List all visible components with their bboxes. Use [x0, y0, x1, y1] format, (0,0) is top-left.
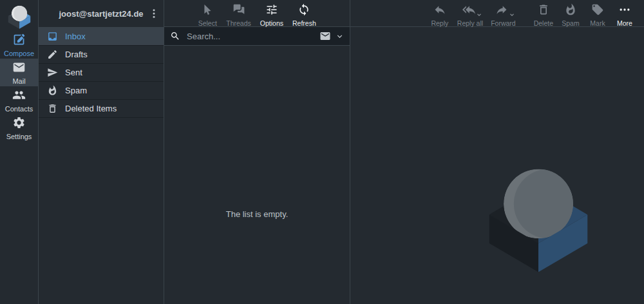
chevron-down-icon	[336, 32, 344, 41]
toolbar-button-label: Reply all	[457, 19, 483, 27]
tag-icon	[591, 3, 604, 17]
search-input[interactable]	[185, 31, 314, 42]
sidebar-item-label: Settings	[6, 133, 32, 140]
toolbar-button-label: More	[617, 19, 632, 27]
kebab-menu-icon	[148, 8, 160, 19]
message-list-pane: Select Threads Options Refresh	[164, 0, 350, 304]
folder-label: Spam	[65, 86, 87, 95]
spam-button[interactable]: Spam	[558, 3, 583, 28]
content-pane: Reply Reply all	[350, 0, 644, 304]
watermark-logo-icon	[478, 156, 598, 272]
refresh-icon	[298, 3, 310, 17]
compose-icon	[12, 33, 26, 48]
sidebar-item-label: Contacts	[5, 105, 33, 113]
dropdown-caret-icon	[509, 12, 515, 18]
message-list: The list is empty.	[164, 46, 350, 304]
inbox-icon	[47, 31, 58, 42]
trash-icon	[537, 3, 550, 17]
content-area	[350, 27, 644, 304]
folder-label: Sent	[65, 68, 82, 77]
forward-button[interactable]: Forward	[488, 3, 519, 28]
options-button[interactable]: Options	[257, 3, 287, 28]
sidebar-item-settings[interactable]: Settings	[0, 114, 38, 142]
message-toolbar: Reply Reply all	[350, 0, 644, 27]
pencil-icon	[47, 49, 58, 60]
folder-item-sent[interactable]: Sent	[39, 64, 164, 82]
refresh-button[interactable]: Refresh	[289, 3, 319, 28]
gear-icon	[12, 116, 26, 131]
toolbar-button-label: Delete	[534, 19, 553, 27]
app-logo	[0, 0, 38, 31]
reply-icon	[433, 3, 446, 17]
search-scope-selector[interactable]	[319, 30, 344, 42]
toolbar-button-label: Forward	[491, 19, 516, 27]
send-icon	[47, 67, 58, 78]
folder-label: Deleted Items	[65, 104, 117, 113]
forward-icon	[495, 3, 508, 17]
search-bar	[164, 27, 350, 46]
folder-item-drafts[interactable]: Drafts	[39, 46, 164, 64]
reply-all-button[interactable]: Reply all	[454, 3, 486, 28]
toolbar-button-label: Options	[260, 19, 283, 27]
envelope-icon	[319, 30, 331, 42]
reply-all-icon	[462, 3, 475, 17]
folder-label: Inbox	[65, 32, 86, 41]
toolbar-button-label: Mark	[590, 19, 605, 27]
toolbar-button-label: Spam	[562, 19, 579, 27]
folder-label: Drafts	[65, 50, 88, 59]
trash-icon	[47, 103, 58, 114]
search-icon	[170, 31, 180, 41]
flame-icon	[564, 3, 577, 17]
account-header: joost@startjetzt24.de	[39, 0, 164, 28]
cursor-icon	[201, 3, 214, 17]
taskmenu-sidebar: Compose Mail Contacts Settings	[0, 0, 38, 304]
folder-menu-button[interactable]	[147, 6, 161, 21]
sidebar-item-label: Mail	[12, 77, 25, 85]
folder-item-inbox[interactable]: Inbox	[39, 28, 164, 46]
toolbar-button-label: Select	[198, 19, 217, 27]
sidebar-item-contacts[interactable]: Contacts	[0, 86, 38, 114]
watermark-logo	[478, 156, 598, 272]
toolbar-button-label: Threads	[226, 19, 251, 27]
app-logo-icon	[6, 3, 33, 29]
more-icon	[618, 3, 631, 17]
flame-icon	[47, 85, 58, 96]
contacts-icon	[12, 88, 26, 103]
more-button[interactable]: More	[612, 3, 638, 28]
select-button[interactable]: Select	[194, 3, 220, 28]
folder-pane: joost@startjetzt24.de Inbox Drafts	[38, 0, 164, 304]
toolbar-button-label: Refresh	[292, 19, 316, 27]
threads-icon	[232, 3, 245, 17]
sidebar-item-mail[interactable]: Mail	[0, 59, 38, 86]
mail-icon	[12, 61, 26, 75]
list-toolbar: Select Threads Options Refresh	[164, 0, 350, 27]
folder-item-spam[interactable]: Spam	[39, 82, 164, 100]
options-icon	[265, 3, 278, 17]
app-window: Compose Mail Contacts Settings joost@sta…	[0, 0, 644, 304]
sidebar-item-label: Compose	[4, 50, 34, 57]
folder-item-deleted-items[interactable]: Deleted Items	[39, 100, 164, 118]
account-email: joost@startjetzt24.de	[59, 9, 143, 19]
empty-list-message: The list is empty.	[164, 209, 350, 219]
toolbar-button-label: Reply	[431, 19, 448, 27]
mark-button[interactable]: Mark	[585, 3, 611, 28]
reply-button[interactable]: Reply	[427, 3, 453, 28]
folder-list: Inbox Drafts Sent Spam	[39, 28, 164, 118]
threads-button[interactable]: Threads	[223, 3, 254, 28]
sidebar-item-compose[interactable]: Compose	[0, 31, 38, 59]
dropdown-caret-icon	[476, 12, 482, 18]
delete-button[interactable]: Delete	[531, 3, 556, 28]
